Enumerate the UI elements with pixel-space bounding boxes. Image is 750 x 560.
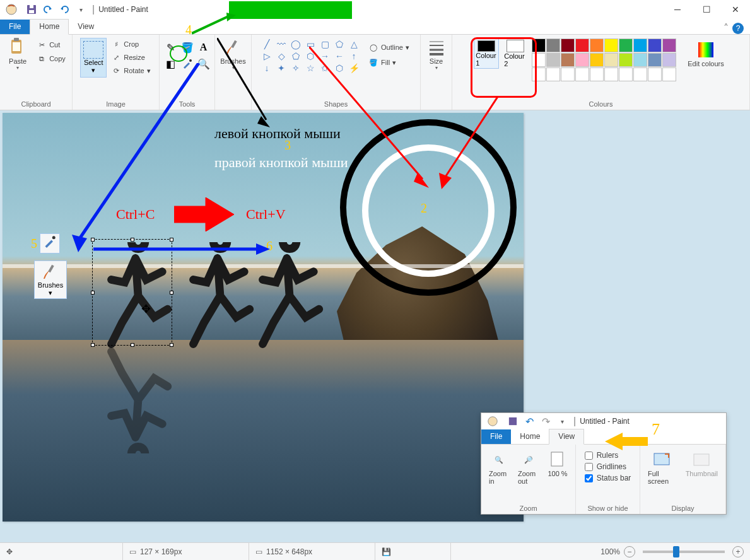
canvas[interactable]: ✥ левой кнопкой мыши правой кнопкой мыши… (3, 113, 524, 522)
copy-button[interactable]: ⧉Copy (34, 52, 68, 65)
palette-empty[interactable] (546, 67, 560, 81)
palette-empty[interactable] (604, 67, 618, 81)
palette-colour[interactable] (662, 53, 676, 67)
group-shapes: ╱〰◯▭▢⬠△ ▷◇⬠⬡→←↑ ↓✦✧☆✩⬡⚡ ◯Outline ▾ 🪣Fill… (252, 35, 421, 110)
palette-colour[interactable] (604, 53, 618, 67)
palette-colour[interactable] (604, 38, 618, 52)
statusbar: ✥ ▭ 127 × 169px ▭ 1152 × 648px 💾 100% − … (0, 542, 750, 560)
shape-fill-button[interactable]: 🪣Fill ▾ (366, 56, 412, 69)
move-cursor-icon: ✥ (141, 302, 151, 316)
annot-num-2: 2 (421, 201, 427, 216)
colour2-button[interactable]: Colour 2 (503, 38, 528, 69)
palette-empty[interactable] (532, 67, 546, 81)
tab-file[interactable]: File (0, 20, 30, 34)
palette-colour[interactable] (619, 38, 633, 52)
palette-colour[interactable] (575, 38, 589, 52)
edit-colours-button[interactable]: Edit colours (684, 38, 727, 69)
minimize-button[interactable]: ─ (663, 0, 692, 19)
colour1-button[interactable]: Colour 1 (474, 38, 499, 69)
palette-colour[interactable] (575, 53, 589, 67)
brushes-button[interactable]: Brushes▾ (216, 36, 249, 72)
resize-button[interactable]: ⤢Resize (108, 51, 153, 64)
inset-save-button[interactable] (505, 414, 520, 429)
inset-undo-button[interactable]: ↶ (522, 414, 537, 429)
palette-empty[interactable] (633, 67, 647, 81)
colour-palette[interactable] (532, 38, 676, 81)
palette-empty[interactable] (590, 67, 604, 81)
status-filesize: 💾 (375, 543, 451, 560)
status-position: ✥ (0, 543, 123, 560)
tab-view[interactable]: View (69, 20, 103, 34)
eyedropper-tool[interactable] (180, 56, 195, 71)
palette-colour[interactable] (546, 53, 560, 67)
select-button[interactable]: Select▾ (80, 38, 107, 78)
ribbon: Paste▾ ✂Cut ⧉Copy Clipboard Select▾ ♯Cro… (0, 35, 750, 110)
annot-num-5: 5 (31, 236, 37, 251)
zoom-100-button[interactable]: 100 % (544, 448, 571, 479)
beach-reflection (3, 340, 524, 522)
svg-point-22 (488, 417, 497, 426)
cut-button[interactable]: ✂Cut (34, 38, 68, 51)
palette-empty[interactable] (662, 67, 676, 81)
zoom-control: 100% − + (594, 543, 750, 560)
help-icon[interactable]: ? (732, 23, 744, 34)
size-button[interactable]: Size▾ (423, 36, 450, 72)
thumbnail-button[interactable]: Thumbnail (682, 448, 722, 479)
tab-home[interactable]: Home (30, 19, 69, 35)
collapse-ribbon-icon[interactable]: ˄ (724, 22, 729, 34)
inset-tab-view[interactable]: View (549, 429, 584, 445)
zoom-in-button[interactable]: 🔍Zoom in (485, 448, 513, 486)
maximize-button[interactable]: ☐ (692, 0, 721, 19)
crop-button[interactable]: ♯Crop (108, 38, 153, 50)
palette-colour[interactable] (590, 38, 604, 52)
palette-colour[interactable] (546, 38, 560, 52)
inset-tab-home[interactable]: Home (511, 429, 549, 444)
palette-colour[interactable] (532, 38, 546, 52)
fullscreen-button[interactable]: Full screen (644, 448, 679, 486)
palette-colour[interactable] (561, 53, 575, 67)
redo-button[interactable] (57, 2, 72, 17)
palette-colour[interactable] (648, 53, 662, 67)
save-button[interactable] (24, 2, 39, 17)
selection-rectangle[interactable] (92, 239, 172, 346)
inset-qat-customize[interactable]: ▾ (554, 414, 570, 429)
palette-colour[interactable] (590, 53, 604, 67)
palette-empty[interactable] (648, 67, 662, 81)
palette-colour[interactable] (532, 53, 546, 67)
palette-colour[interactable] (561, 38, 575, 52)
palette-colour[interactable] (662, 38, 676, 52)
palette-empty[interactable] (561, 67, 575, 81)
floating-eyedropper[interactable] (40, 233, 60, 254)
shape-gallery[interactable]: ╱〰◯▭▢⬠△ ▷◇⬠⬡→←↑ ↓✦✧☆✩⬡⚡ (260, 38, 361, 74)
zoom-out-button[interactable]: 🔎Zoom out (514, 448, 542, 486)
gridlines-checkbox[interactable]: Gridlines (585, 461, 626, 472)
palette-colour[interactable] (648, 38, 662, 52)
eraser-tool[interactable]: ◧ (163, 56, 179, 71)
close-button[interactable]: ✕ (721, 0, 750, 19)
selection-size-icon: ▭ (129, 547, 136, 556)
palette-empty[interactable] (575, 67, 589, 81)
palette-empty[interactable] (619, 67, 633, 81)
inset-tab-file[interactable]: File (481, 429, 511, 444)
svg-rect-15 (48, 265, 54, 272)
palette-colour[interactable] (633, 38, 647, 52)
zoom-slider[interactable] (643, 551, 725, 553)
zoom-out-btn[interactable]: − (624, 546, 635, 557)
magnifier-tool[interactable]: 🔍 (196, 56, 211, 71)
palette-colour[interactable] (633, 53, 647, 67)
inset-redo-button[interactable]: ↷ (538, 414, 553, 429)
undo-button[interactable] (40, 2, 56, 17)
paste-button[interactable]: Paste▾ (4, 36, 32, 72)
palette-colour[interactable] (619, 53, 633, 67)
qat-customize[interactable]: ▾ (73, 2, 88, 17)
floating-brushes[interactable]: Brushes▾ (34, 260, 67, 299)
fill-tool[interactable]: 🪣 (180, 40, 195, 55)
zoom-in-btn[interactable]: + (732, 546, 744, 557)
statusbar-checkbox[interactable]: Status bar (585, 472, 631, 484)
rotate-button[interactable]: ⟳Rotate ▾ (108, 64, 153, 77)
shape-outline-button[interactable]: ◯Outline ▾ (366, 41, 412, 54)
text-tool[interactable]: A (196, 40, 211, 55)
pencil-tool[interactable]: ✎ (163, 40, 179, 55)
svg-point-7 (189, 59, 192, 62)
rulers-checkbox[interactable]: Rulers (585, 450, 619, 461)
